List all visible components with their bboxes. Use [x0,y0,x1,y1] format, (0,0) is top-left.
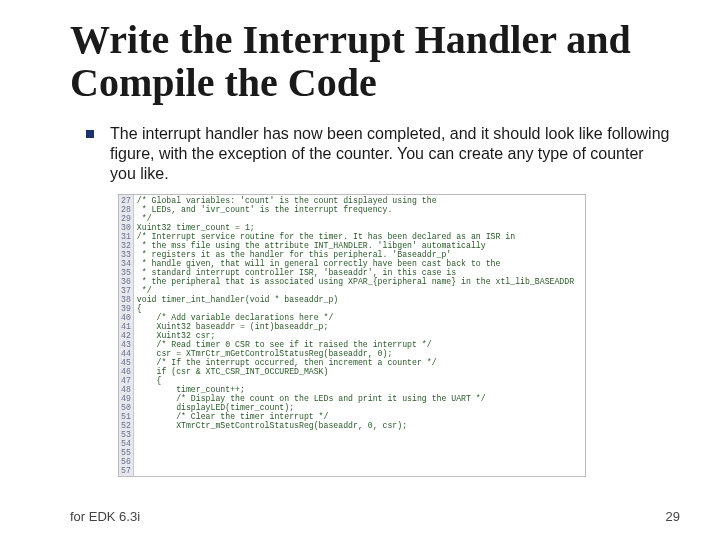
code-line: /* If the interrupt occurred, then incre… [137,358,574,367]
code-line: * standard interrupt controller ISR, 'ba… [137,268,574,277]
code-line: displayLED(timer_count); [137,403,574,412]
code-line: */ [137,214,574,223]
code-line: Xuint32 baseaddr = (int)baseaddr_p; [137,322,574,331]
code-line: /* Display the count on the LEDs and pri… [137,394,574,403]
line-number: 51 [121,412,131,421]
code-line: csr = XTmrCtr_mGetControlStatusReg(basea… [137,349,574,358]
code-line: /* Global variables: 'count' is the coun… [137,196,574,205]
line-number: 37 [121,286,131,295]
line-number: 42 [121,331,131,340]
code-line: /* Interrupt service routine for the tim… [137,232,574,241]
line-number: 30 [121,223,131,232]
line-number: 46 [121,367,131,376]
line-number: 53 [121,430,131,439]
line-number: 55 [121,448,131,457]
code-line: if (csr & XTC_CSR_INT_OCCURED_MASK) [137,367,574,376]
code-line: timer_count++; [137,385,574,394]
line-number: 40 [121,313,131,322]
line-number: 45 [121,358,131,367]
line-number: 44 [121,349,131,358]
line-number: 48 [121,385,131,394]
code-line: { [137,376,574,385]
code-line: * handle given, that will in general cor… [137,259,574,268]
line-number: 57 [121,466,131,475]
line-number: 28 [121,205,131,214]
code-line: */ [137,286,574,295]
code-line: XTmrCtr_mSetControlStatusReg(baseaddr, 0… [137,421,574,430]
body-text: The interrupt handler has now been compl… [110,124,670,184]
line-number: 56 [121,457,131,466]
line-number: 31 [121,232,131,241]
code-listing: /* Global variables: 'count' is the coun… [134,195,577,476]
line-number: 36 [121,277,131,286]
code-line: * the peripheral that is associated usin… [137,277,574,286]
code-line: void timer_int_handler(void * baseaddr_p… [137,295,574,304]
code-screenshot: 2728293031323334353637383940414243444546… [118,194,586,477]
line-number: 27 [121,196,131,205]
code-line: /* Read timer 0 CSR to see if it raised … [137,340,574,349]
line-number: 50 [121,403,131,412]
code-line: * the mss file using the attribute INT_H… [137,241,574,250]
code-line: { [137,304,574,313]
line-number: 49 [121,394,131,403]
code-line: * registers it as the handler for this p… [137,250,574,259]
line-number: 39 [121,304,131,313]
line-number: 33 [121,250,131,259]
code-line: Xuint32 timer_count = 1; [137,223,574,232]
line-number: 43 [121,340,131,349]
code-line: Xuint32 csr; [137,331,574,340]
footer-left: for EDK 6.3i [70,509,140,524]
line-number: 47 [121,376,131,385]
line-number: 54 [121,439,131,448]
code-line: /* Clear the timer interrupt */ [137,412,574,421]
slide: Write the Interrupt Handler and Compile … [0,0,720,540]
line-number-gutter: 2728293031323334353637383940414243444546… [119,195,134,476]
code-line: * LEDs, and 'ivr_count' is the interrupt… [137,205,574,214]
line-number: 32 [121,241,131,250]
bullet-row: The interrupt handler has now been compl… [86,124,684,184]
code-line: /* Add variable declarations here */ [137,313,574,322]
line-number: 35 [121,268,131,277]
slide-title: Write the Interrupt Handler and Compile … [70,18,684,104]
line-number: 34 [121,259,131,268]
line-number: 41 [121,322,131,331]
line-number: 29 [121,214,131,223]
page-number: 29 [666,509,680,524]
square-bullet-icon [86,130,94,138]
line-number: 38 [121,295,131,304]
line-number: 52 [121,421,131,430]
